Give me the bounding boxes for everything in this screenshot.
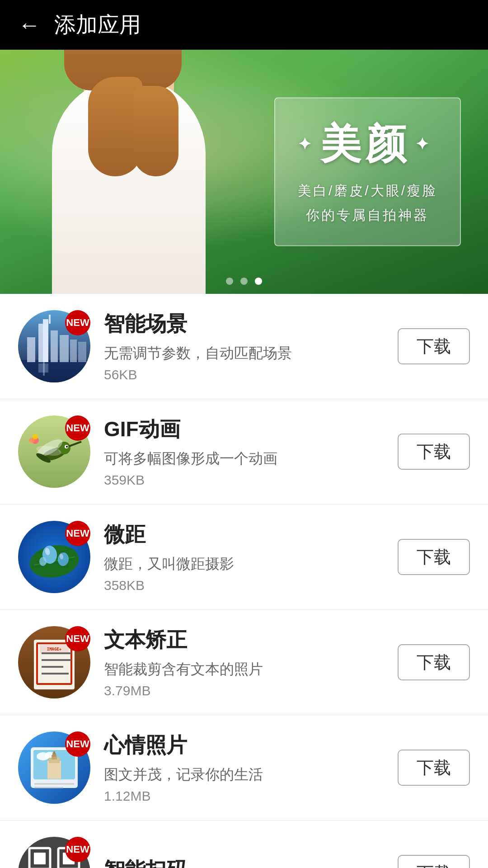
new-badge: NEW [65, 626, 90, 651]
list-item: NEW GIF动画 可将多幅图像形成一个动画 359KB 下载 [0, 399, 488, 505]
app-info: 心情照片 图文并茂，记录你的生活 1.12MB [104, 731, 384, 804]
list-item: NEW 微距 微距，又叫微距摄影 358KB 下载 [0, 505, 488, 610]
svg-rect-55 [34, 853, 46, 864]
svg-rect-9 [78, 342, 86, 362]
new-badge: NEW [65, 310, 90, 335]
svg-point-23 [33, 434, 38, 439]
app-info: 智能扫码 [104, 856, 384, 868]
svg-rect-2 [27, 337, 35, 362]
app-desc: 智能裁剪含有文本的照片 [104, 660, 384, 679]
dot-1[interactable] [226, 278, 233, 285]
svg-rect-50 [53, 751, 55, 754]
page-title: 添加应用 [54, 10, 141, 39]
list-item: NEW 心情照片 图文并茂，记录你的生活 1.12MB 下载 [0, 715, 488, 821]
download-button[interactable]: 下载 [398, 434, 470, 470]
banner-dots [226, 278, 262, 285]
app-list: NEW 智能场景 无需调节参数，自动匹配场景 56KB 下载 [0, 294, 488, 868]
app-size: 56KB [104, 367, 384, 382]
header: ← 添加应用 [0, 0, 488, 50]
download-button[interactable]: 下载 [398, 750, 470, 786]
download-button[interactable]: 下载 [398, 855, 470, 868]
new-badge: NEW [65, 731, 90, 757]
list-item: NEW 智能场景 无需调节参数，自动匹配场景 56KB 下载 [0, 294, 488, 399]
app-icon-wrap: NEW [18, 415, 90, 488]
svg-rect-1 [18, 360, 90, 382]
sparkle-left-icon: ✦ [298, 135, 316, 154]
app-name: 微距 [104, 521, 384, 549]
svg-rect-8 [70, 340, 77, 362]
app-icon-wrap: NEW [18, 731, 90, 804]
download-button[interactable]: 下载 [398, 539, 470, 575]
app-desc: 图文并茂，记录你的生活 [104, 765, 384, 785]
svg-rect-11 [38, 363, 48, 373]
sparkle-right-icon: ✦ [415, 135, 433, 154]
app-size: 1.12MB [104, 788, 384, 804]
dot-3[interactable] [255, 278, 262, 285]
app-icon-wrap: NEW [18, 521, 90, 593]
new-badge: NEW [65, 837, 90, 862]
banner-person [27, 59, 230, 294]
app-icon-wrap: IMAGE+ NEW [18, 626, 90, 698]
back-button[interactable]: ← [18, 12, 41, 38]
app-icon-wrap: NEW [18, 837, 90, 868]
svg-rect-46 [47, 761, 61, 779]
svg-rect-5 [43, 319, 48, 362]
svg-point-31 [39, 557, 47, 566]
app-desc: 可将多幅图像形成一个动画 [104, 449, 384, 469]
download-button[interactable]: 下载 [398, 644, 470, 680]
svg-text:IMAGE+: IMAGE+ [47, 647, 62, 651]
svg-rect-7 [60, 335, 69, 362]
new-badge: NEW [65, 415, 90, 441]
app-size: 358KB [104, 578, 384, 593]
new-badge: NEW [65, 521, 90, 546]
svg-rect-6 [49, 315, 51, 324]
app-desc: 微距，又叫微距摄影 [104, 554, 384, 574]
app-name: 文本矫正 [104, 626, 384, 654]
list-item: NEW 智能扫码 下载 [0, 821, 488, 868]
app-info: 微距 微距，又叫微距摄影 358KB [104, 521, 384, 593]
app-name: 智能场景 [104, 310, 384, 338]
svg-rect-4 [51, 330, 58, 362]
svg-point-20 [66, 446, 68, 448]
app-icon-wrap: NEW [18, 310, 90, 382]
dot-2[interactable] [240, 278, 248, 285]
banner-textbox: ✦ 美颜 ✦ 美白/磨皮/大眼/瘦脸 你的专属自拍神器 [274, 98, 461, 246]
person-hair-right [133, 86, 178, 176]
app-name: 智能扫码 [104, 856, 384, 868]
app-info: 智能场景 无需调节参数，自动匹配场景 56KB [104, 310, 384, 382]
app-info: GIF动画 可将多幅图像形成一个动画 359KB [104, 415, 384, 488]
app-name: GIF动画 [104, 415, 384, 443]
download-button[interactable]: 下载 [398, 328, 470, 364]
app-info: 文本矫正 智能裁剪含有文本的照片 3.79MB [104, 626, 384, 698]
banner: ✦ 美颜 ✦ 美白/磨皮/大眼/瘦脸 你的专属自拍神器 [0, 50, 488, 294]
list-item: IMAGE+ NEW 文本矫正 智能裁剪含有文本的照片 3.79MB 下载 [0, 610, 488, 715]
app-size: 359KB [104, 472, 384, 488]
app-name: 心情照片 [104, 731, 384, 760]
banner-main-title: ✦ 美颜 ✦ [298, 117, 437, 172]
banner-subtitle: 美白/磨皮/大眼/瘦脸 你的专属自拍神器 [298, 179, 437, 227]
app-desc: 无需调节参数，自动匹配场景 [104, 344, 384, 363]
app-size: 3.79MB [104, 683, 384, 698]
